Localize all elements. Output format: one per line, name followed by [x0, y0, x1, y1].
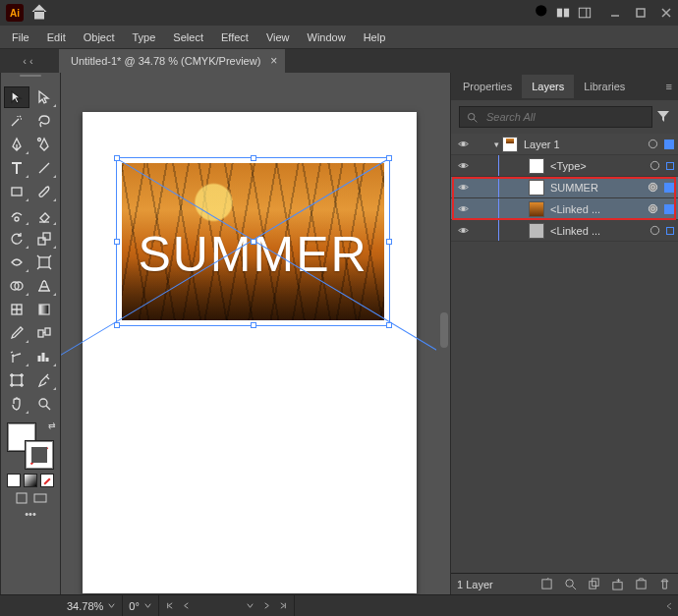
selection-tool[interactable]: [4, 86, 29, 108]
artboard-nav[interactable]: [159, 595, 295, 616]
menu-object[interactable]: Object: [76, 28, 123, 46]
layer-name[interactable]: <Linked ...: [550, 225, 647, 237]
layers-search-input[interactable]: [484, 110, 646, 124]
new-layer-icon[interactable]: [633, 578, 649, 590]
visibility-toggle[interactable]: [451, 159, 475, 172]
menu-window[interactable]: Window: [300, 28, 354, 46]
make-clipping-mask-icon[interactable]: [586, 578, 601, 590]
direct-selection-tool[interactable]: [31, 86, 57, 108]
expand-toggle[interactable]: ▾: [490, 140, 502, 149]
artboard-first-icon[interactable]: [165, 601, 174, 610]
paintbrush-tool[interactable]: [31, 181, 57, 202]
menu-help[interactable]: Help: [356, 28, 394, 46]
layer-name[interactable]: <Type>: [550, 160, 647, 172]
rotate-tool[interactable]: [4, 228, 29, 250]
locate-object-icon[interactable]: [562, 578, 578, 590]
perspective-grid-tool[interactable]: [31, 275, 57, 297]
layers-search[interactable]: [459, 106, 652, 128]
workspace-switcher-icon[interactable]: [574, 6, 595, 20]
screen-mode-icon[interactable]: [32, 491, 48, 505]
type-tool[interactable]: [4, 157, 29, 179]
window-close-button[interactable]: [654, 3, 678, 23]
hscroll-left-icon[interactable]: [664, 601, 674, 611]
layer-row-type[interactable]: <Type>: [451, 155, 678, 177]
zoom-tool[interactable]: [31, 393, 57, 415]
menu-edit[interactable]: Edit: [39, 28, 74, 46]
scale-tool[interactable]: [31, 228, 57, 250]
artboard-tool[interactable]: [4, 369, 29, 391]
slice-tool[interactable]: [31, 369, 57, 391]
rectangle-tool[interactable]: [4, 181, 29, 202]
target-icon[interactable]: [645, 203, 660, 214]
eyedropper-tool[interactable]: [4, 322, 29, 344]
layers-filter-icon[interactable]: [656, 109, 670, 125]
selection-bounding-box[interactable]: [116, 157, 390, 326]
width-tool[interactable]: [4, 252, 29, 273]
stroke-swatch[interactable]: [25, 440, 54, 470]
menu-type[interactable]: Type: [125, 28, 164, 46]
menu-effect[interactable]: Effect: [213, 28, 256, 46]
layer-row-layer1[interactable]: ▾ Layer 1: [451, 134, 678, 155]
lasso-tool[interactable]: [31, 110, 57, 132]
target-icon[interactable]: [645, 139, 660, 149]
artboard[interactable]: SUMMER: [83, 112, 417, 593]
visibility-toggle[interactable]: [451, 224, 475, 237]
toolbox-grip[interactable]: [1, 75, 60, 83]
layer-row-linked-2[interactable]: <Linked ...: [451, 220, 678, 242]
document-tab[interactable]: Untitled-1* @ 34.78 % (CMYK/Preview) ×: [59, 49, 285, 73]
tab-libraries[interactable]: Libraries: [574, 75, 635, 98]
color-mode-gradient[interactable]: [24, 474, 37, 487]
line-segment-tool[interactable]: [31, 157, 57, 179]
pen-tool[interactable]: [4, 134, 29, 155]
swap-fill-stroke-icon[interactable]: ⇄: [48, 420, 56, 430]
shape-builder-tool[interactable]: [4, 275, 29, 297]
column-graph-tool[interactable]: [31, 346, 57, 367]
layer-row-linked-1[interactable]: <Linked ...: [451, 198, 678, 220]
color-mode-solid[interactable]: [7, 474, 21, 487]
menu-file[interactable]: File: [4, 28, 37, 46]
magic-wand-tool[interactable]: [4, 110, 29, 132]
arrange-docs-icon[interactable]: [552, 6, 574, 20]
fill-stroke-swatches[interactable]: ⇄: [5, 420, 56, 472]
window-minimize-button[interactable]: [603, 3, 627, 23]
target-icon[interactable]: [647, 160, 662, 171]
gradient-tool[interactable]: [31, 299, 57, 320]
collect-for-export-icon[interactable]: [538, 578, 554, 590]
rotate-view[interactable]: 0°: [123, 595, 159, 616]
new-sublayer-icon[interactable]: [609, 578, 625, 590]
close-tab-icon[interactable]: ×: [270, 54, 277, 68]
vertical-scroll-thumb[interactable]: [440, 312, 448, 348]
edit-toolbar-icon[interactable]: •••: [11, 507, 50, 521]
symbol-sprayer-tool[interactable]: [4, 346, 29, 367]
window-maximize-button[interactable]: [629, 3, 652, 23]
hand-tool[interactable]: [4, 393, 29, 415]
target-icon[interactable]: [645, 182, 660, 193]
search-icon[interactable]: [533, 2, 552, 25]
artboard-next-icon[interactable]: [262, 601, 271, 610]
blend-tool[interactable]: [31, 322, 57, 344]
draw-mode-icon[interactable]: [14, 491, 29, 505]
artboard-prev-icon[interactable]: [182, 601, 191, 610]
visibility-toggle[interactable]: [451, 181, 475, 194]
delete-layer-icon[interactable]: [656, 578, 672, 590]
color-mode-none[interactable]: [40, 474, 54, 487]
target-icon[interactable]: [647, 225, 662, 236]
home-icon[interactable]: [29, 2, 49, 25]
toolbox-collapse-handle[interactable]: ‹‹: [0, 55, 59, 67]
layer-row-summer[interactable]: SUMMER: [451, 177, 678, 198]
menu-select[interactable]: Select: [165, 28, 211, 46]
visibility-toggle[interactable]: [451, 202, 475, 215]
tab-layers[interactable]: Layers: [522, 75, 574, 98]
shaper-tool[interactable]: [4, 204, 29, 226]
mesh-tool[interactable]: [4, 299, 29, 320]
panel-menu-icon[interactable]: ≡: [658, 77, 678, 96]
free-transform-tool[interactable]: [31, 252, 57, 273]
visibility-toggle[interactable]: [451, 138, 475, 150]
layer-name[interactable]: Layer 1: [524, 139, 645, 150]
layer-name[interactable]: SUMMER: [550, 182, 645, 194]
canvas-area[interactable]: SUMMER: [61, 73, 450, 594]
zoom-level[interactable]: 34.78%: [61, 595, 123, 616]
artboard-last-icon[interactable]: [279, 601, 288, 610]
menu-view[interactable]: View: [258, 28, 298, 46]
curvature-tool[interactable]: [31, 134, 57, 155]
